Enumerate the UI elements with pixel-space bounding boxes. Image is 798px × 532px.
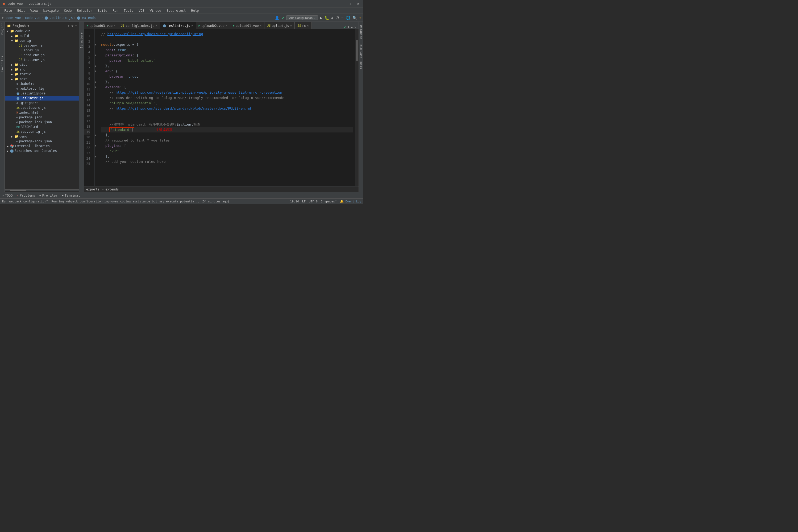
tree-item-external-libraries[interactable]: ▶ 📚 External Libraries [5,144,79,148]
tree-item-package-lock-json[interactable]: ▶ ⚙ package-lock.json [5,120,79,125]
menu-view[interactable]: View [28,8,40,13]
tab-close-eslintrc[interactable]: ✕ [191,24,193,27]
tab-close-upload03[interactable]: ✕ [114,24,115,27]
code-line-21: // required to lint *.vue files [101,138,353,143]
encoding[interactable]: UTF-8 [309,200,318,203]
breadcrumb-exports[interactable]: exports > extends [86,188,119,191]
code-container[interactable]: 12345 678910 1112131415 161718 19 202122… [84,29,359,186]
menu-build[interactable]: Build [95,8,109,13]
indent[interactable]: 2 spaces* [321,200,337,203]
minimize-button[interactable]: — [339,2,344,5]
menu-squaretest[interactable]: Squaretest [165,8,188,13]
updates-icon[interactable]: ⬆ [359,16,361,20]
structure-label[interactable]: Structure [80,33,83,49]
tree-item-eslintrc[interactable]: ▶ ⬤ .eslintrc.js [5,96,79,100]
tree-item-src[interactable]: ▶ 📁 src [5,67,79,72]
cursor-position[interactable]: 19:14 [290,200,299,203]
vertical-scrollbar[interactable] [355,29,359,186]
database-sidebar[interactable]: Database Big Data Tools [359,22,363,192]
translate-icon[interactable]: 🌐 [346,16,350,20]
tab-eslintrc[interactable]: ⬤ .eslintrc.js ✕ [160,22,196,29]
problems-button[interactable]: ⚠ Problems [17,194,35,197]
tab-upload03-vue[interactable]: ▶ upload03.vue ✕ [84,22,118,29]
run-icon[interactable]: ▶ [320,16,322,20]
tab-upload02[interactable]: ▶ upload02.vue ✕ [196,22,230,29]
big-data-tools-label[interactable]: Big Data Tools [359,44,363,69]
menu-refactor[interactable]: Refactor [75,8,94,13]
maximize-button[interactable]: □ [347,2,353,5]
tree-item-code-vue[interactable]: ▼ 📁 code-vue [5,29,79,34]
tree-item-postcssrc[interactable]: ▶ JS .postcssrc.js [5,105,79,110]
tree-item-demo[interactable]: ▶ 📁 demo [5,134,79,139]
project-dropdown-icon[interactable]: ▼ [28,24,29,27]
tree-item-scratches[interactable]: ▶ ⬤ Scratches and Consoles [5,148,79,153]
tree-item-package-lock-2[interactable]: ▶ ⚙ package-lock.json [5,139,79,144]
breadcrumb-code-vue-2[interactable]: code-vue [25,16,40,20]
tree-item-dist[interactable]: ▶ 📁 dist [5,62,79,67]
menu-run[interactable]: Run [110,8,120,13]
line-ending[interactable]: LF [302,200,306,203]
add-configuration-button[interactable]: Add Configuration... [286,15,318,20]
menu-file[interactable]: File [2,8,14,13]
tree-item-index-js[interactable]: ▶ JS index.js [5,48,79,53]
coverage-icon[interactable]: ◈ [331,16,333,20]
tree-item-test-env[interactable]: ▶ JS test.env.js [5,57,79,62]
profile-icon[interactable]: ⏱ [336,16,339,20]
tree-item-config[interactable]: ▼ 📁 config [5,38,79,43]
window-title: code-vue - .eslintrc.js [7,2,52,5]
user-icon[interactable]: 👤 [275,16,279,20]
breadcrumb-code-vue-1[interactable]: code-vue [5,16,21,20]
search-icon[interactable]: 🔍 [353,16,357,20]
tree-item-build[interactable]: ▶ 📁 build [5,34,79,38]
menu-navigate[interactable]: Navigate [41,8,61,13]
tree-item-static[interactable]: ▶ 📁 static [5,72,79,77]
tree-item-dev-env[interactable]: ▶ JS dev.env.js [5,43,79,48]
database-label[interactable]: Database [359,23,363,39]
tab-rc[interactable]: JS rc ✕ [295,22,311,29]
more-icon[interactable]: ⋯ [341,16,343,20]
tab-close-upload01[interactable]: ✕ [260,24,262,27]
tab-upload01[interactable]: ▶ upload01.vue ✕ [230,22,264,29]
todo-button[interactable]: ☑ TODO [2,194,13,197]
menu-window[interactable]: Window [148,8,163,13]
vcs-arrow-icon[interactable]: ↗ [281,15,284,20]
favorites-bar[interactable]: Favorites [0,53,5,75]
tab-close-rc[interactable]: ✕ [307,24,309,27]
tab-config-index[interactable]: JS config\index.js ✕ [118,22,160,29]
tab-close-config[interactable]: ✕ [156,24,157,27]
terminal-button[interactable]: ▶ Terminal [62,194,80,197]
menu-help[interactable]: Help [189,8,201,13]
tree-item-prod-env[interactable]: ▶ JS prod.env.js [5,53,79,57]
event-log-link[interactable]: 🔔 Event Log [340,200,361,203]
nav-up-icon[interactable]: ∧ [351,25,353,29]
project-sidebar[interactable]: Project [0,22,5,192]
tree-item-editorconfig[interactable]: ▶ ⚙ .editorconfig [5,86,79,91]
tree-item-package-json[interactable]: ▶ ⚙ package.json [5,115,79,120]
tab-upload-js[interactable]: JS upload.js ✕ [264,22,295,29]
favorites-label[interactable]: Favorites [1,56,4,72]
collapse-all-icon[interactable]: ⚡ [68,24,70,28]
menu-vcs[interactable]: VCS [136,8,147,13]
code-editor[interactable]: // https://eslint.org/docs/user-guide/co… [99,29,355,186]
menu-edit[interactable]: Edit [15,8,27,13]
tree-item-test[interactable]: ▶ 📁 test [5,77,79,81]
debug-icon[interactable]: 🐛 [324,16,329,20]
tree-item-babelrc[interactable]: ▶ ⚙ .babelrc [5,81,79,86]
tree-item-readme[interactable]: ▶ MD README.md [5,125,79,129]
tab-close-upload02[interactable]: ✕ [226,24,227,27]
breadcrumb-eslintrc[interactable]: ⬤ .eslintrc.js [44,16,73,20]
structure-sidebar[interactable]: Structure [79,22,84,192]
tree-item-eslintignore[interactable]: ▶ ⬤ .eslintignore [5,91,79,96]
tree-item-gitignore[interactable]: ▶ ⚙ .gitignore [5,100,79,105]
profiler-button[interactable]: ◈ Profiler [39,194,57,197]
menu-code[interactable]: Code [62,8,74,13]
close-button[interactable]: ✕ [356,2,361,5]
tree-item-index-html[interactable]: ▶ H index.html [5,110,79,115]
menu-tools[interactable]: Tools [121,8,135,13]
nav-down-icon[interactable]: ∨ [355,25,357,29]
breadcrumb-extends[interactable]: ⬤ extends [77,16,96,20]
settings-icon[interactable]: ⚙ [72,24,73,28]
tree-item-vue-config[interactable]: ▶ JS vue.config.js [5,129,79,134]
close-panel-icon[interactable]: — [75,24,77,28]
tab-close-upload-js[interactable]: ✕ [290,24,292,27]
